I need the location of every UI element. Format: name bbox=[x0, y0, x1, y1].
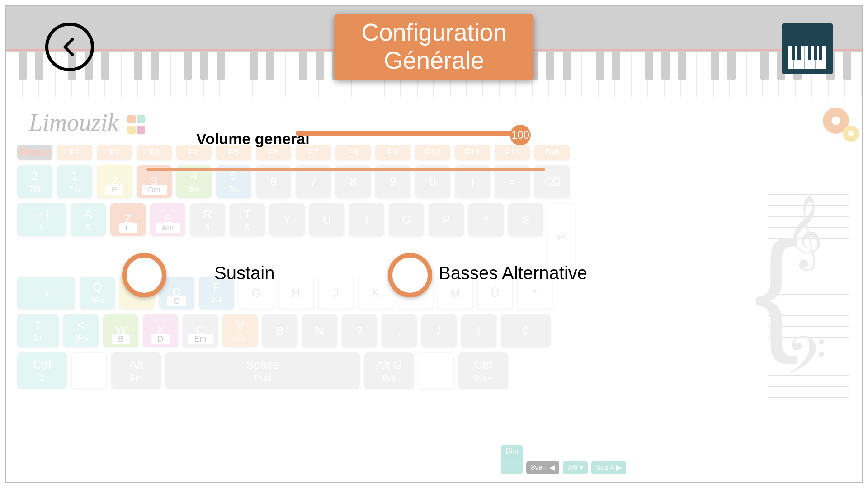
chip-dim[interactable]: Dim bbox=[501, 445, 523, 474]
bg-key: F8 bbox=[335, 145, 371, 160]
bg-key: F12 bbox=[495, 145, 530, 160]
logo-text: Limouzik bbox=[29, 109, 118, 136]
bg-key: CEm bbox=[183, 314, 218, 347]
bg-key: F3 bbox=[137, 145, 172, 160]
piano-icon-keys bbox=[788, 46, 826, 69]
volume-slider-thumb[interactable]: 100 bbox=[510, 125, 531, 145]
logo: Limouzik bbox=[29, 108, 147, 136]
separator-line bbox=[146, 168, 545, 171]
bg-key: $ bbox=[508, 203, 543, 236]
bg-key: F1 bbox=[57, 145, 92, 160]
bg-key: 3 bbox=[17, 277, 75, 309]
music-staff-background: { 𝄞 𝄢 bbox=[768, 167, 849, 468]
bg-key: ↵ bbox=[548, 203, 575, 271]
bg-key: F2 bbox=[97, 145, 132, 160]
instrument-piano-button[interactable] bbox=[782, 23, 833, 74]
bg-key: U bbox=[309, 203, 344, 236]
bg-key: N bbox=[302, 314, 337, 347]
chip-3-6[interactable]: 3/6 ▾ bbox=[563, 461, 588, 474]
bg-key: <2Ps bbox=[63, 314, 99, 347]
bg-key: Ctrl8va-- bbox=[458, 352, 508, 389]
bg-key: 17m bbox=[57, 165, 92, 198]
bg-key bbox=[419, 352, 454, 389]
bg-key: B bbox=[262, 314, 297, 347]
bg-key: Alt G8va bbox=[364, 352, 414, 389]
bg-key: H bbox=[278, 277, 314, 309]
bottom-chip-row: Dim 8va-- ◀ 3/6 ▾ Sus 4 ▶ bbox=[501, 461, 626, 474]
basses-alternative-label: Basses Alternative bbox=[439, 263, 587, 283]
bg-key: SpaceTriad bbox=[165, 352, 360, 389]
bg-key: F11 bbox=[455, 145, 490, 160]
keyboard-layout-background: PanicF1F2F3F4F5F6F7F8F9F10F11F12Del 27M1… bbox=[17, 145, 762, 473]
bg-key: 27M bbox=[17, 165, 52, 198]
bg-key: ⇧ bbox=[501, 314, 551, 347]
bg-key: K bbox=[358, 277, 393, 309]
logo-dots-icon bbox=[127, 115, 147, 135]
volume-slider-track[interactable] bbox=[296, 131, 516, 136]
sustain-label: Sustain bbox=[214, 263, 274, 283]
bg-key: O bbox=[389, 203, 424, 236]
bg-key: R8 bbox=[190, 203, 225, 236]
bg-key: ! bbox=[461, 314, 496, 347]
basses-alternative-toggle[interactable] bbox=[388, 253, 432, 297]
bg-key: ZF bbox=[110, 203, 146, 236]
bg-key: Y bbox=[269, 203, 305, 236]
bg-key: T5 bbox=[230, 203, 265, 236]
bg-key: Panic bbox=[17, 145, 52, 160]
bg-key: I bbox=[349, 203, 384, 236]
back-button[interactable] bbox=[45, 23, 94, 71]
chip-8va-down[interactable]: 8va-- ◀ bbox=[526, 461, 559, 474]
bg-key: AltFin bbox=[111, 352, 161, 389]
bg-key: XD bbox=[143, 314, 178, 347]
settings-gear-icon[interactable] bbox=[823, 108, 849, 134]
bg-key: ^ bbox=[468, 203, 504, 236]
bg-key: / bbox=[421, 314, 457, 347]
bg-key: F10 bbox=[415, 145, 450, 160]
bg-key: Ctrl2 bbox=[17, 352, 67, 389]
bg-key: ⇧2+ bbox=[17, 314, 59, 347]
bg-key: →|6 bbox=[17, 203, 66, 236]
bg-key: WB bbox=[103, 314, 138, 347]
bg-key: VOct bbox=[222, 314, 258, 347]
bg-key: P bbox=[429, 203, 464, 236]
chip-sus4[interactable]: Sus 4 ▶ bbox=[591, 461, 626, 474]
bg-key bbox=[71, 352, 107, 389]
bg-key: A5 bbox=[71, 203, 106, 236]
sustain-toggle[interactable] bbox=[122, 253, 166, 297]
bg-key: ? bbox=[342, 314, 377, 347]
volume-value: 100 bbox=[511, 129, 529, 141]
volume-label: Volume general bbox=[196, 130, 310, 148]
bg-key: 2E bbox=[97, 165, 132, 198]
bg-key: Q7Ps bbox=[80, 277, 115, 309]
chevron-left-icon bbox=[58, 36, 81, 58]
page-title: Configuration Générale bbox=[334, 14, 533, 80]
bg-key: EAm bbox=[150, 203, 185, 236]
bg-key: . bbox=[382, 314, 417, 347]
bg-key: J bbox=[318, 277, 354, 309]
piano-icon bbox=[788, 29, 826, 45]
bg-key: Del bbox=[534, 145, 570, 160]
bg-key: F9 bbox=[375, 145, 410, 160]
